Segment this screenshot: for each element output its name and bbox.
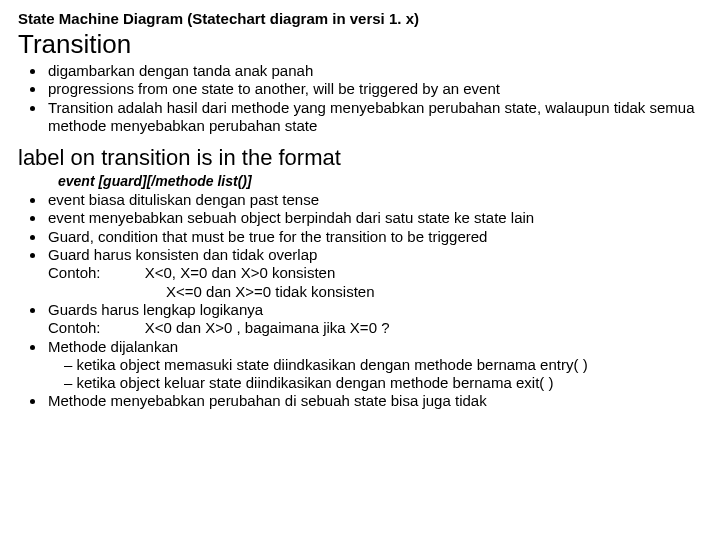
bullet-item: Methode dijalankan ketika object memasuk… <box>46 338 698 393</box>
bullet-item: Guard harus konsisten dan tidak overlap … <box>46 246 698 301</box>
example-label: Contoh: <box>48 319 101 337</box>
bullet-item: progressions from one state to another, … <box>46 80 698 98</box>
bullet-item: Guards harus lengkap logikanya Contoh: X… <box>46 301 698 338</box>
example-label: Contoh: <box>48 264 101 282</box>
bullet-item: Guard, condition that must be true for t… <box>46 228 698 246</box>
dash-item: ketika object memasuki state diindkasika… <box>64 356 698 374</box>
bullet-item: Transition adalah hasil dari methode yan… <box>46 99 698 136</box>
section-heading: label on transition is in the format <box>18 145 698 171</box>
dash-item: ketika object keluar state diindikasikan… <box>64 374 698 392</box>
bullet-item: event menyebabkan sebuah object berpinda… <box>46 209 698 227</box>
bullet-item: Methode menyebabkan perubahan di sebuah … <box>46 392 698 410</box>
slide-supertitle: State Machine Diagram (Statechart diagra… <box>18 10 698 27</box>
slide-title: Transition <box>18 29 698 60</box>
transition-bullets: digambarkan dengan tanda anak panah prog… <box>46 62 698 135</box>
example-line: X<=0 dan X>=0 tidak konsisten <box>166 283 698 301</box>
example-line: X<0, X=0 dan X>0 konsisten <box>145 264 336 282</box>
bullet-item: digambarkan dengan tanda anak panah <box>46 62 698 80</box>
bullet-text: Methode dijalankan <box>48 338 178 355</box>
bullet-item: event biasa dituliskan dengan past tense <box>46 191 698 209</box>
bullet-text: Guards harus lengkap logikanya <box>48 301 263 318</box>
bullet-text: Guard harus konsisten dan tidak overlap <box>48 246 317 263</box>
example-line: X<0 dan X>0 , bagaimana jika X=0 ? <box>145 319 390 337</box>
format-subtitle: event [guard][/methode list()] <box>58 173 698 189</box>
label-bullets: event biasa dituliskan dengan past tense… <box>46 191 698 411</box>
sub-dash-list: ketika object memasuki state diindkasika… <box>64 356 698 393</box>
